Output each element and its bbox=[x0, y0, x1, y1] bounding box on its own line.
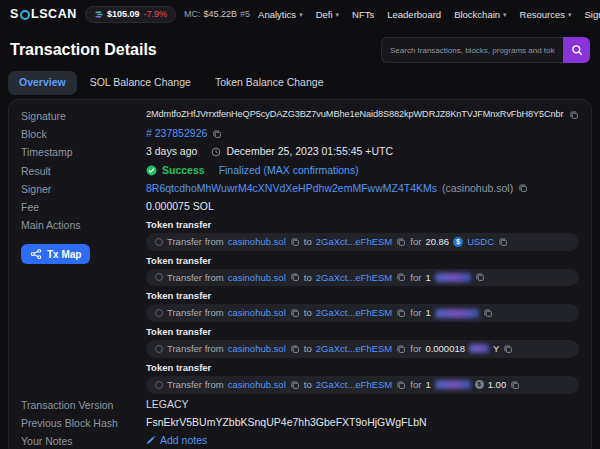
search-input[interactable] bbox=[381, 37, 563, 63]
row-signature: Signature 2MdmtfoZHfJVrrxtfenHeQP5cyDAZG… bbox=[21, 107, 579, 125]
page-header: Transaction Details bbox=[0, 29, 600, 69]
to-address-link[interactable]: 2GaXct...eFhESM bbox=[316, 236, 393, 248]
transfer-icon bbox=[155, 381, 163, 389]
tab-token-balance-change[interactable]: Token Balance Change bbox=[204, 71, 335, 95]
tx-map-icon bbox=[30, 248, 42, 260]
token-transfer-heading: Token transfer bbox=[146, 290, 579, 302]
copy-icon[interactable] bbox=[290, 344, 300, 354]
nav-sign-in[interactable]: Sign in bbox=[585, 9, 600, 21]
signature-value: 2MdmtfoZHfJVrrxtfenHeQP5cyDAZG3BZ7vuMBhe… bbox=[146, 109, 564, 121]
row-result: Result Success Finalized (MAX confirmati… bbox=[21, 162, 579, 180]
signer-address-link[interactable]: 8R6qtcdhoMhWuwrM4cXNVdXeHPdhw2emMFwwMZ4T… bbox=[146, 182, 437, 195]
row-main-actions: Main Actions Tx Map Token transfer Trans… bbox=[21, 216, 579, 396]
copy-icon[interactable] bbox=[290, 237, 300, 247]
block-link[interactable]: # 237852926 bbox=[146, 127, 207, 140]
row-your-notes: Your Notes Add notes bbox=[21, 432, 579, 449]
copy-icon[interactable] bbox=[569, 110, 579, 120]
for-word: for bbox=[410, 236, 421, 248]
pencil-icon bbox=[146, 435, 156, 445]
main-nav: Analytics Defi NFTs Leaderboard Blockcha… bbox=[258, 9, 600, 21]
token-transfer-heading: Token transfer bbox=[146, 326, 579, 338]
from-address-link[interactable]: casinohub.sol bbox=[228, 307, 286, 319]
copy-icon[interactable] bbox=[498, 237, 508, 247]
nav-nfts[interactable]: NFTs bbox=[352, 9, 374, 21]
result-label: Result bbox=[21, 164, 146, 178]
signer-domain: (casinohub.sol) bbox=[442, 182, 513, 195]
token-transfer-row: Transfer from casinohub.sol to 2GaXct...… bbox=[146, 269, 579, 287]
from-address-link[interactable]: casinohub.sol bbox=[228, 236, 286, 248]
copy-icon[interactable] bbox=[290, 380, 300, 390]
copy-icon[interactable] bbox=[518, 183, 528, 193]
copy-icon[interactable] bbox=[483, 308, 493, 318]
tx-map-button[interactable]: Tx Map bbox=[21, 244, 90, 264]
logo-lens-icon bbox=[20, 10, 30, 20]
nav-analytics[interactable]: Analytics bbox=[258, 9, 303, 21]
tab-bar: Overview SOL Balance Change Token Balanc… bbox=[0, 69, 600, 95]
copy-icon[interactable] bbox=[475, 272, 485, 282]
copy-icon[interactable] bbox=[396, 237, 406, 247]
transfer-from-word: Transfer from bbox=[167, 272, 224, 284]
nav-defi[interactable]: Defi bbox=[316, 9, 339, 21]
timestamp-absolute: December 25, 2023 01:55:45 +UTC bbox=[226, 145, 393, 158]
add-notes-link[interactable]: Add notes bbox=[146, 434, 207, 447]
timestamp-relative: 3 days ago bbox=[146, 145, 197, 158]
copy-icon[interactable] bbox=[290, 272, 300, 282]
blurred-token bbox=[435, 273, 471, 282]
prev-hash-label: Previous Block Hash bbox=[21, 416, 146, 430]
prev-hash-value: FsnEkrV5BUmYZbbKSnqUP4e7hh3GbeFXT9oHjGWg… bbox=[146, 416, 427, 429]
for-word: for bbox=[410, 272, 421, 284]
timestamp-label: Timestamp bbox=[21, 145, 146, 159]
add-notes-text: Add notes bbox=[160, 434, 207, 447]
copy-icon[interactable] bbox=[503, 344, 513, 354]
market-cap-value: $45.22B bbox=[204, 9, 238, 20]
token-transfer-row: Transfer from casinohub.sol to 2GaXct...… bbox=[146, 376, 579, 394]
from-address-link[interactable]: casinohub.sol bbox=[228, 343, 286, 355]
blurred-token bbox=[435, 309, 479, 318]
copy-icon[interactable] bbox=[290, 308, 300, 318]
copy-icon[interactable] bbox=[396, 308, 406, 318]
copy-icon[interactable] bbox=[396, 344, 406, 354]
search-button[interactable] bbox=[563, 37, 590, 63]
usdc-token-icon bbox=[453, 237, 463, 247]
copy-icon[interactable] bbox=[396, 272, 406, 282]
from-address-link[interactable]: casinohub.sol bbox=[228, 379, 286, 391]
row-block: Block # 237852926 bbox=[21, 125, 579, 143]
to-address-link[interactable]: 2GaXct...eFhESM bbox=[316, 343, 393, 355]
row-signer: Signer 8R6qtcdhoMhWuwrM4cXNVdXeHPdhw2emM… bbox=[21, 180, 579, 198]
solscan-logo[interactable]: SLSCAN bbox=[10, 7, 77, 23]
solana-icon bbox=[94, 10, 103, 19]
to-address-link[interactable]: 2GaXct...eFhESM bbox=[316, 379, 393, 391]
transfer-amount: 1 bbox=[425, 379, 430, 391]
logo-text-suffix: LSCAN bbox=[31, 7, 77, 23]
from-address-link[interactable]: casinohub.sol bbox=[228, 272, 286, 284]
nav-blockchain[interactable]: Blockchain bbox=[454, 9, 506, 21]
tab-sol-balance-change[interactable]: SOL Balance Change bbox=[79, 71, 202, 95]
blurred-token bbox=[469, 344, 489, 353]
token-transfer-group: Token transfer Transfer from casinohub.s… bbox=[146, 289, 579, 322]
row-timestamp: Timestamp 3 days ago December 25, 2023 0… bbox=[21, 143, 579, 161]
transfer-from-word: Transfer from bbox=[167, 307, 224, 319]
market-cap-label: MC: bbox=[184, 9, 201, 20]
token-link[interactable]: USDC bbox=[467, 236, 494, 248]
block-label: Block bbox=[21, 127, 146, 141]
nav-leaderboard[interactable]: Leaderboard bbox=[387, 9, 441, 21]
copy-icon[interactable] bbox=[510, 380, 520, 390]
to-address-link[interactable]: 2GaXct...eFhESM bbox=[316, 272, 393, 284]
result-status: Success bbox=[162, 164, 205, 177]
fee-label: Fee bbox=[21, 200, 146, 214]
transaction-details-card: Signature 2MdmtfoZHfJVrrxtfenHeQP5cyDAZG… bbox=[8, 99, 592, 449]
transfer-icon bbox=[155, 309, 163, 317]
copy-icon[interactable] bbox=[212, 129, 222, 139]
copy-icon[interactable] bbox=[396, 380, 406, 390]
sol-price-change: -7.9% bbox=[144, 9, 168, 20]
sol-price: $105.09 bbox=[107, 9, 140, 20]
tx-map-label: Tx Map bbox=[47, 249, 81, 260]
tab-overview[interactable]: Overview bbox=[8, 71, 77, 95]
token-transfer-row: Transfer from casinohub.sol to 2GaXct...… bbox=[146, 304, 579, 322]
token-transfer-group: Token transfer Transfer from casinohub.s… bbox=[146, 254, 579, 287]
row-previous-block-hash: Previous Block Hash FsnEkrV5BUmYZbbKSnqU… bbox=[21, 414, 579, 432]
sol-price-pill[interactable]: $105.09 -7.9% bbox=[85, 6, 176, 23]
transfer-from-word: Transfer from bbox=[167, 236, 224, 248]
to-address-link[interactable]: 2GaXct...eFhESM bbox=[316, 307, 393, 319]
nav-resources[interactable]: Resources bbox=[520, 9, 572, 21]
